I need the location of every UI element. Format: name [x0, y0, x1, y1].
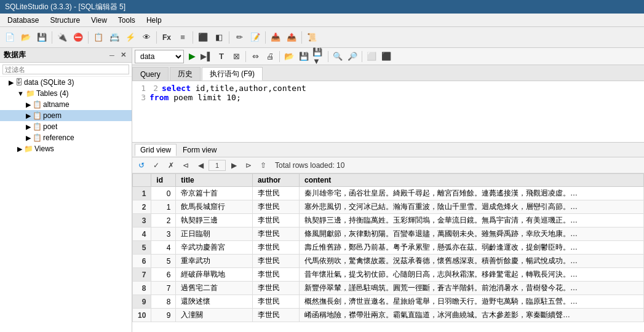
export-grid-btn[interactable]: ⇧	[256, 159, 270, 172]
cell-title[interactable]: 帝京篇十首	[176, 187, 253, 200]
tree-item-reference[interactable]: ▶ 📋 reference	[0, 132, 132, 143]
menu-database[interactable]: Database	[2, 15, 44, 26]
run-selected-btn[interactable]: ▶▌	[200, 50, 213, 63]
table-row[interactable]: 9 8 還陝述懷 李世民 概然撫長劍，濟世豈邀名。星旅紛電舉，日羽瞻天行。遊野屯…	[133, 295, 644, 309]
table-row[interactable]: 4 3 正日臨朝 李世民 條風開獻節，灰律動初陽。百蠻奉退贐，萬國朝未央。雖無舜…	[133, 227, 644, 241]
menu-tools[interactable]: Tools	[113, 15, 140, 26]
cell-id[interactable]: 3	[151, 227, 176, 241]
cell-content[interactable]: 執契靜三邊，持衡臨萬姓。玉彩輝閭塢，金華流日鏡。無爲宇宙清，有美巡璣正。…	[300, 214, 644, 227]
edit-btn2[interactable]: 📝	[248, 30, 263, 45]
close-panel-btn[interactable]: ✕	[118, 50, 128, 60]
prev-btn[interactable]: ◀	[194, 159, 207, 172]
cell-title[interactable]: 經破薛舉戰地	[176, 268, 253, 282]
text-format-btn[interactable]: T	[215, 50, 228, 63]
cell-title[interactable]: 飲馬長城窟行	[176, 200, 253, 214]
cell-author[interactable]: 李世民	[252, 255, 299, 268]
minimize-panel-btn[interactable]: ─	[107, 50, 117, 60]
tree-item-poet[interactable]: ▶ 📋 poet	[0, 121, 132, 132]
table-btn[interactable]: 📋	[91, 30, 106, 45]
cell-id[interactable]: 6	[151, 268, 176, 282]
refresh-grid-btn[interactable]: ↺	[135, 159, 148, 172]
col-content[interactable]: content	[300, 174, 644, 187]
cell-author[interactable]: 李世民	[252, 295, 299, 309]
open-file-btn[interactable]: 📂	[282, 50, 296, 63]
tree-item-views[interactable]: ▶ 📁 Views	[0, 143, 132, 154]
cell-id[interactable]: 9	[151, 309, 176, 322]
cell-author[interactable]: 李世民	[252, 309, 299, 322]
next-btn[interactable]: ▶	[227, 159, 241, 172]
menu-help[interactable]: Help	[141, 15, 167, 26]
table-row[interactable]: 2 1 飲馬長城窟行 李世民 塞外悲風切，交河冰已結。瀚海百重波，陰山千里雪。迴…	[133, 200, 644, 214]
fx-btn[interactable]: Fx	[159, 30, 174, 45]
cross-btn[interactable]: ✗	[164, 159, 178, 172]
cell-content[interactable]: 新豐停翠輦，謹邑駐鳴筑。圓荒一徑斷，蒼古半階斜。前池消暑水，昔樹發今花。…	[300, 282, 644, 295]
check-btn[interactable]: ✓	[149, 159, 163, 172]
save-btn[interactable]: 💾	[34, 30, 49, 45]
expand-btn[interactable]: ⇔	[248, 50, 262, 63]
code-editor[interactable]: 1 2 select id,title,author,content 3 fro…	[132, 81, 644, 143]
layout1-btn[interactable]: ⬜	[365, 50, 378, 63]
cell-content[interactable]: 條風開獻節，灰律動初陽。百蠻奉退贐，萬國朝未央。雖無舜禹跡，幸欣天地康。…	[300, 227, 644, 241]
save-as-btn[interactable]: 💾▼	[312, 50, 325, 63]
last-btn[interactable]: ⊳	[242, 159, 255, 172]
menu-view[interactable]: View	[86, 15, 112, 26]
col-btn[interactable]: ≡	[175, 30, 190, 45]
clear-btn[interactable]: ⊠	[229, 50, 243, 63]
cell-title[interactable]: 還陝述懷	[176, 295, 253, 309]
db-disconnect-btn[interactable]: ⛔	[71, 30, 85, 45]
cell-author[interactable]: 李世民	[252, 282, 299, 295]
open-btn[interactable]: 📂	[18, 30, 33, 45]
cell-id[interactable]: 4	[151, 241, 176, 255]
edit-btn1[interactable]: ✏	[232, 30, 247, 45]
cell-id[interactable]: 8	[151, 295, 176, 309]
cell-id[interactable]: 2	[151, 214, 176, 227]
tools-btn2[interactable]: ◧	[212, 30, 226, 45]
search-btn[interactable]: 🔍	[331, 50, 344, 63]
cell-title[interactable]: 重幸武功	[176, 255, 253, 268]
table-row[interactable]: 6 5 重幸武功 李世民 代馬依朔吹，驚禽懷故叢。況茲承養德，懷舊感深衷。積善忻…	[133, 255, 644, 268]
col-title[interactable]: title	[176, 174, 253, 187]
cell-id[interactable]: 1	[151, 200, 176, 214]
run-btn[interactable]: ▶	[185, 50, 199, 63]
tab-execute[interactable]: 执行语句 (F9)	[202, 67, 263, 81]
trigger-btn[interactable]: ⚡	[123, 30, 138, 45]
tab-history[interactable]: 历史	[170, 67, 201, 81]
cell-author[interactable]: 李世民	[252, 200, 299, 214]
table-row[interactable]: 3 2 執契靜三邊 李世民 執契靜三邊，持衡臨萬姓。玉彩輝閭塢，金華流日鏡。無爲…	[133, 214, 644, 227]
table-row[interactable]: 1 0 帝京篇十首 李世民 秦川雄帝宅，函谷壮皇居。綺殿千尋起，離宮百雉餘。連薨…	[133, 187, 644, 200]
import-btn[interactable]: 📥	[268, 30, 283, 45]
tools-btn1[interactable]: ⬛	[196, 30, 210, 45]
tree-item-tables[interactable]: ▼ 📁 Tables (4)	[0, 88, 132, 99]
filter-input[interactable]	[2, 65, 129, 74]
new-btn[interactable]: 📄	[2, 30, 17, 45]
cell-author[interactable]: 李世民	[252, 241, 299, 255]
cell-author[interactable]: 李世民	[252, 187, 299, 200]
col-author[interactable]: author	[252, 174, 299, 187]
cell-content[interactable]: 壽丘惟舊跡，鄭邑乃前基。粤予承累聖，懸弧亦在茲。弱齡逢運改，提劍鬱臣時。…	[300, 241, 644, 255]
cell-id[interactable]: 7	[151, 282, 176, 295]
cell-content[interactable]: 秦川雄帝宅，函谷壮皇居。綺殿千尋起，離宮百雉餘。連薨遙接漢，飛觀迥凌虛。…	[300, 187, 644, 200]
tab-grid-view[interactable]: Grid view	[135, 144, 177, 156]
table-row[interactable]: 7 6 經破薛舉戰地 李世民 昔年懷壯氣，提戈初仗節。心隨朗日高，志與秋霜潔。移…	[133, 268, 644, 282]
cell-id[interactable]: 5	[151, 255, 176, 268]
table-row[interactable]: 5 4 辛武功慶善宮 李世民 壽丘惟舊跡，鄭邑乃前基。粤予承累聖，懸弧亦在茲。弱…	[133, 241, 644, 255]
view-btn[interactable]: 👁	[139, 30, 154, 45]
layout2-btn[interactable]: ⬛	[380, 50, 393, 63]
cell-id[interactable]: 0	[151, 187, 176, 200]
script-btn[interactable]: 📜	[304, 30, 319, 45]
db-selector[interactable]: data	[135, 50, 184, 63]
cell-title[interactable]: 過舊宅二首	[176, 282, 253, 295]
menu-structure[interactable]: Structure	[45, 15, 85, 26]
print-btn[interactable]: 🖨	[263, 50, 277, 63]
tree-item-data-db[interactable]: ▶ 🗄 data (SQLite 3)	[0, 77, 132, 88]
db-connect-btn[interactable]: 🔌	[55, 30, 70, 45]
cell-content[interactable]: 昔年懷壯氣，提戈初仗節。心隨朗日高，志與秋霜潔。移鋒驚電起，轉戰長河決。…	[300, 268, 644, 282]
tree-item-poem[interactable]: ▶ 📋 poem	[0, 110, 132, 121]
cell-title[interactable]: 執契靜三邊	[176, 214, 253, 227]
first-btn[interactable]: ⊲	[179, 159, 193, 172]
export-btn[interactable]: 📤	[284, 30, 299, 45]
tab-form-view[interactable]: Form view	[178, 144, 221, 156]
col-id[interactable]: id	[151, 174, 176, 187]
cell-content[interactable]: 代馬依朔吹，驚禽懷故叢。況茲承養德，懷舊感深衷。積善忻餘慶，暢武悅成功。…	[300, 255, 644, 268]
search2-btn[interactable]: 🔎	[346, 50, 359, 63]
